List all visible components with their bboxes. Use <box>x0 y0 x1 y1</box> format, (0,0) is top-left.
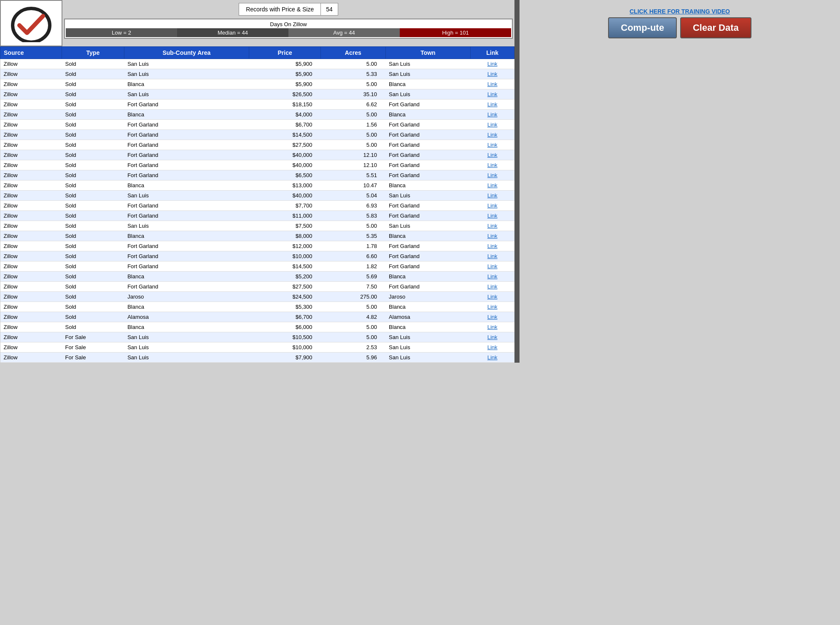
row-link[interactable]: Link <box>487 243 498 249</box>
cell-source: Zillow <box>0 201 62 211</box>
row-link[interactable]: Link <box>487 162 498 168</box>
cell-source: Zillow <box>0 69 62 79</box>
row-link[interactable]: Link <box>487 152 498 158</box>
cell-town: Fort Garland <box>385 150 471 160</box>
row-link[interactable]: Link <box>487 294 498 300</box>
cell-source: Zillow <box>0 89 62 100</box>
cell-link-cell[interactable]: Link <box>471 150 514 160</box>
cell-town: San Luis <box>385 332 471 342</box>
cell-link-cell[interactable]: Link <box>471 69 514 79</box>
cell-link-cell[interactable]: Link <box>471 312 514 322</box>
cell-link-cell[interactable]: Link <box>471 282 514 292</box>
row-link[interactable]: Link <box>487 314 498 320</box>
cell-link-cell[interactable]: Link <box>471 160 514 170</box>
cell-link-cell[interactable]: Link <box>471 120 514 130</box>
cell-type: Sold <box>62 100 124 110</box>
table-row: ZillowSoldBlanca$13,00010.47BlancaLink <box>0 180 514 191</box>
cell-acres: 5.83 <box>321 211 386 221</box>
cell-sub-county: San Luis <box>124 353 249 363</box>
row-link[interactable]: Link <box>487 111 498 118</box>
cell-link-cell[interactable]: Link <box>471 211 514 221</box>
cell-price: $5,200 <box>249 272 321 282</box>
cell-type: Sold <box>62 261 124 272</box>
row-link[interactable]: Link <box>487 344 498 350</box>
cell-link-cell[interactable]: Link <box>471 251 514 261</box>
training-link[interactable]: CLICK HERE FOR TRAINING VIDEO <box>630 8 730 15</box>
row-link[interactable]: Link <box>487 192 498 199</box>
row-link[interactable]: Link <box>487 263 498 269</box>
row-link[interactable]: Link <box>487 202 498 209</box>
cell-link-cell[interactable]: Link <box>471 180 514 191</box>
cell-link-cell[interactable]: Link <box>471 302 514 312</box>
cell-link-cell[interactable]: Link <box>471 170 514 180</box>
row-link[interactable]: Link <box>487 182 498 189</box>
cell-link-cell[interactable]: Link <box>471 89 514 100</box>
cell-link-cell[interactable]: Link <box>471 322 514 332</box>
cell-link-cell[interactable]: Link <box>471 79 514 89</box>
row-link[interactable]: Link <box>487 283 498 290</box>
row-link[interactable]: Link <box>487 253 498 259</box>
cell-price: $5,900 <box>249 79 321 89</box>
row-link[interactable]: Link <box>487 132 498 138</box>
row-link[interactable]: Link <box>487 213 498 219</box>
cell-link-cell[interactable]: Link <box>471 191 514 201</box>
cell-type: Sold <box>62 59 124 69</box>
cell-link-cell[interactable]: Link <box>471 100 514 110</box>
stat-high: High = 101 <box>400 28 511 37</box>
row-link[interactable]: Link <box>487 354 498 361</box>
cell-type: Sold <box>62 120 124 130</box>
row-link[interactable]: Link <box>487 61 498 67</box>
cell-price: $6,500 <box>249 170 321 180</box>
clear-data-button[interactable]: Clear Data <box>680 17 751 38</box>
cell-source: Zillow <box>0 261 62 272</box>
cell-type: Sold <box>62 282 124 292</box>
compute-button[interactable]: Comp-ute <box>608 17 677 38</box>
row-link[interactable]: Link <box>487 334 498 340</box>
cell-link-cell[interactable]: Link <box>471 261 514 272</box>
cell-sub-county: San Luis <box>124 221 249 231</box>
table-row: ZillowSoldSan Luis$40,0005.04San LuisLin… <box>0 191 514 201</box>
row-link[interactable]: Link <box>487 273 498 280</box>
cell-link-cell[interactable]: Link <box>471 140 514 150</box>
row-link[interactable]: Link <box>487 91 498 97</box>
cell-link-cell[interactable]: Link <box>471 201 514 211</box>
cell-acres: 5.51 <box>321 170 386 180</box>
cell-link-cell[interactable]: Link <box>471 292 514 302</box>
left-panel: Source Type Sub-County Area Price Acres … <box>0 46 514 363</box>
row-link[interactable]: Link <box>487 304 498 310</box>
row-link[interactable]: Link <box>487 71 498 77</box>
row-link[interactable]: Link <box>487 223 498 229</box>
cell-town: San Luis <box>385 221 471 231</box>
table-row: ZillowSoldBlanca$5,2005.69BlancaLink <box>0 272 514 282</box>
cell-acres: 5.00 <box>321 59 386 69</box>
cell-source: Zillow <box>0 140 62 150</box>
cell-link-cell[interactable]: Link <box>471 353 514 363</box>
cell-price: $11,000 <box>249 211 321 221</box>
cell-link-cell[interactable]: Link <box>471 110 514 120</box>
records-label: Records with Price & Size <box>239 3 321 16</box>
cell-price: $6,000 <box>249 322 321 332</box>
row-link[interactable]: Link <box>487 101 498 108</box>
row-link[interactable]: Link <box>487 172 498 178</box>
row-link[interactable]: Link <box>487 324 498 330</box>
cell-price: $18,150 <box>249 100 321 110</box>
table-row: ZillowSoldFort Garland$7,7006.93Fort Gar… <box>0 201 514 211</box>
cell-link-cell[interactable]: Link <box>471 241 514 251</box>
cell-link-cell[interactable]: Link <box>471 332 514 342</box>
cell-price: $24,500 <box>249 292 321 302</box>
cell-link-cell[interactable]: Link <box>471 59 514 69</box>
cell-price: $40,000 <box>249 150 321 160</box>
table-row: ZillowSoldFort Garland$10,0006.60Fort Ga… <box>0 251 514 261</box>
cell-link-cell[interactable]: Link <box>471 342 514 353</box>
col-link: Link <box>471 47 514 59</box>
row-link[interactable]: Link <box>487 121 498 128</box>
cell-link-cell[interactable]: Link <box>471 130 514 140</box>
cell-link-cell[interactable]: Link <box>471 231 514 241</box>
header-right: CLICK HERE FOR TRAINING VIDEO Comp-ute C… <box>520 0 840 46</box>
cell-link-cell[interactable]: Link <box>471 272 514 282</box>
row-link[interactable]: Link <box>487 81 498 87</box>
row-link[interactable]: Link <box>487 142 498 148</box>
row-link[interactable]: Link <box>487 233 498 239</box>
cell-type: Sold <box>62 69 124 79</box>
cell-link-cell[interactable]: Link <box>471 221 514 231</box>
